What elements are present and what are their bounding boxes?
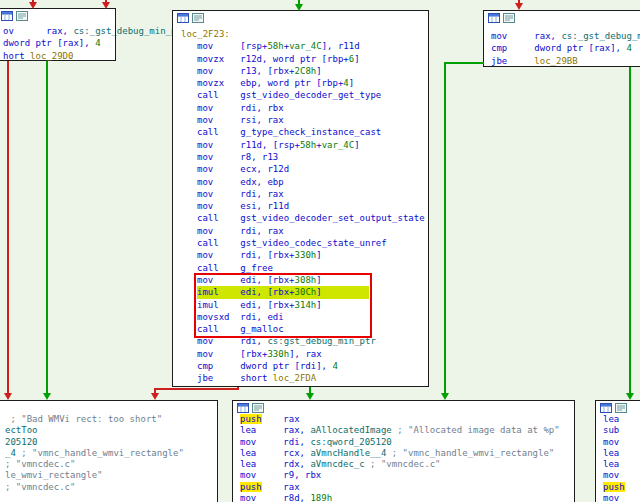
asm-line[interactable]: jbe loc_29BB (484, 55, 640, 67)
node-view-icon (237, 403, 249, 413)
node-edit-icon (192, 13, 204, 23)
edge-green-right-long (444, 62, 446, 393)
node-header (484, 11, 640, 25)
asm-line[interactable]: cmp dword ptr [rdi], 4 (173, 360, 428, 372)
asm-line[interactable]: mov r (596, 493, 640, 502)
arrowhead-green-bottomright (626, 393, 634, 400)
node-header (596, 401, 640, 412)
edge-green-topright-jog (444, 62, 484, 64)
asm-line[interactable]: mov r11d, [rsp+58h+var_4C] (173, 139, 428, 151)
asm-line[interactable]: ; "vmncdec.c" (0, 459, 217, 470)
asm-line[interactable]: mov r8d, 189h (233, 493, 574, 502)
asm-line[interactable]: mov edi, [rbx+308h] (173, 274, 428, 286)
asm-line[interactable]: call g_free (173, 262, 428, 274)
asm-line[interactable]: mov rdi, rax (173, 225, 428, 237)
asm-line[interactable]: lea r (596, 414, 640, 425)
asm-line[interactable]: cmp dword ptr [rax], 4 (484, 42, 640, 54)
asm-node-loc-2F23[interactable]: loc_2F23:mov [rsp+58h+var_4C], r11dmovzx… (172, 10, 429, 387)
asm-line[interactable]: sub r (596, 425, 640, 436)
node-view-icon (600, 403, 612, 413)
arrowhead-red-top-left-1 (29, 2, 37, 9)
arrowhead-green-bottomcenter-1 (306, 393, 314, 400)
edge-green-farright-long (629, 67, 631, 393)
asm-line[interactable]: push r (596, 482, 640, 493)
asm-line[interactable]: lea r (596, 448, 640, 459)
asm-line[interactable]: mov r8, r13 (173, 151, 428, 163)
arrowhead-red-bottomleft-2 (151, 393, 159, 400)
asm-line[interactable]: mov ecx, r12d (173, 163, 428, 175)
node-header (0, 401, 217, 412)
asm-line[interactable]: movzx ebp, word ptr [rbp+4] (173, 77, 428, 89)
asm-code: push raxlea rax, aAllocatedImage ; "Allo… (233, 412, 574, 502)
asm-line[interactable]: call g_type_check_instance_cast (173, 126, 428, 138)
asm-node-bottom-left[interactable]: ; "Bad WMVi rect: too short"ectToo205120… (0, 400, 218, 502)
asm-line[interactable]: call gst_video_codec_state_unref (173, 237, 428, 249)
asm-line[interactable]: mov rdi, rax (173, 188, 428, 200)
arrowhead-green-center (295, 4, 303, 11)
asm-line[interactable]: mov r (596, 470, 640, 481)
asm-line[interactable]: lea r (596, 459, 640, 470)
node-view-icon (488, 13, 500, 23)
asm-code: mov rax, cs:_gst_debug_min_ptrcmp dword … (484, 25, 640, 67)
asm-line[interactable]: call g_malloc (173, 323, 428, 335)
asm-line[interactable]: _4 ; "vmnc_handle_wmvi_rectangle" (0, 448, 217, 459)
asm-line[interactable]: lea rdx, aVmncdec_c ; "vmncdec.c" (233, 459, 574, 470)
asm-line[interactable]: mov rsi, rax (173, 114, 428, 126)
asm-line[interactable]: mov [rbx+330h], rax (173, 348, 428, 360)
arrowhead-green-bottomcenter-2 (441, 393, 449, 400)
asm-line[interactable]: loc_2F23: (173, 28, 428, 40)
node-edit-icon (615, 403, 627, 413)
asm-line[interactable]: dword ptr [rax], 4 (0, 37, 115, 49)
asm-line[interactable]: jbe short loc_2FDA (173, 372, 428, 384)
node-view-icon (177, 13, 189, 23)
asm-line[interactable]: push rax (233, 414, 574, 425)
asm-line[interactable]: mov rdi, rbx (173, 102, 428, 114)
asm-line[interactable]: hort loc_29D0 (0, 50, 115, 62)
asm-node-top-left[interactable]: ov rax, cs:_gst_debug_min_ptrdword ptr [… (0, 8, 116, 61)
asm-line[interactable]: movsxd rdi, edi (173, 311, 428, 323)
asm-line[interactable]: le_wmvi_rectangle" (0, 470, 217, 481)
asm-line[interactable]: push rax (233, 482, 574, 493)
arrowhead-green-bottomleft (43, 393, 51, 400)
node-header (173, 11, 428, 25)
asm-line[interactable]: mov rax, cs:_gst_debug_min_ptr (484, 30, 640, 42)
arrowhead-red-top-right (515, 3, 523, 10)
asm-line[interactable]: mov [rsp+58h+var_4C], r11d (173, 40, 428, 52)
asm-line[interactable]: ov rax, cs:_gst_debug_min_ptr (0, 25, 115, 37)
arrowhead-red-bottomleft-1 (4, 393, 12, 400)
node-header (233, 401, 574, 412)
node-header (0, 9, 115, 23)
asm-line[interactable]: mov rdi, cs:qword_205120 (233, 437, 574, 448)
asm-line[interactable]: call gst_video_decoder_set_output_state (173, 212, 428, 224)
asm-line[interactable]: 205120 (0, 437, 217, 448)
asm-line[interactable]: movzx r12d, word ptr [rbp+6] (173, 53, 428, 65)
asm-line[interactable]: call gst_video_decoder_get_type (173, 89, 428, 101)
asm-line[interactable]: ectToo (0, 425, 217, 436)
asm-node-bottom-center[interactable]: push raxlea rax, aAllocatedImage ; "Allo… (232, 400, 575, 502)
asm-node-bottom-right[interactable]: lea rsub rmov rlea rlea rmov rpush rmov … (595, 400, 640, 502)
node-view-icon (1, 11, 13, 21)
asm-node-top-right[interactable]: mov rax, cs:_gst_debug_min_ptrcmp dword … (483, 10, 640, 67)
arrowhead-red-top-left-2 (102, 2, 110, 9)
asm-line[interactable]: mov rdi, [rbx+330h] (173, 249, 428, 261)
asm-code: ov rax, cs:_gst_debug_min_ptrdword ptr [… (0, 23, 115, 62)
edge-red-center-horizontal (154, 388, 239, 390)
asm-line[interactable]: mov r13, [rbx+2C8h] (173, 65, 428, 77)
edge-green-topleft-to-bottomleft (46, 61, 48, 393)
asm-code: ; "Bad WMVi rect: too short"ectToo205120… (0, 412, 217, 493)
asm-line[interactable]: mov edx, ebp (173, 176, 428, 188)
asm-line[interactable]: mov r (596, 437, 640, 448)
asm-line[interactable]: ; "vmncdec.c" (0, 482, 217, 493)
node-edit-icon (16, 11, 28, 21)
asm-line[interactable]: mov esi, r11d (173, 200, 428, 212)
node-edit-icon (252, 403, 264, 413)
asm-line[interactable]: lea rax, aAllocatedImage ; "Allocated im… (233, 425, 574, 436)
asm-code: loc_2F23:mov [rsp+58h+var_4C], r11dmovzx… (173, 25, 428, 385)
asm-line[interactable]: lea rcx, aVmncHandle__4 ; "vmnc_handle_w… (233, 448, 574, 459)
asm-line[interactable]: imul edi, [rbx+314h] (173, 299, 428, 311)
asm-line[interactable]: mov r9, rbx (233, 470, 574, 481)
asm-line[interactable]: imul edi, [rbx+30Ch] (173, 286, 428, 298)
asm-line[interactable]: mov rdi, cs:gst_debug_min_ptr (173, 335, 428, 347)
asm-code: lea rsub rmov rlea rlea rmov rpush rmov … (596, 412, 640, 502)
asm-line[interactable]: ; "Bad WMVi rect: too short" (0, 414, 217, 425)
